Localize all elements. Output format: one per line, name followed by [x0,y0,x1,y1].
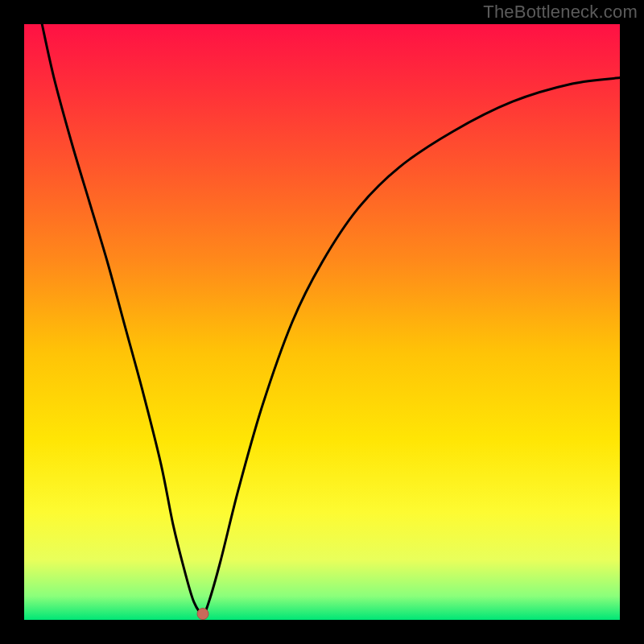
plot-area [24,24,620,620]
chart-svg [24,24,620,620]
min-marker [197,609,208,620]
gradient-background [24,24,620,620]
chart-frame: TheBottleneck.com [0,0,644,644]
watermark-text: TheBottleneck.com [483,2,638,23]
